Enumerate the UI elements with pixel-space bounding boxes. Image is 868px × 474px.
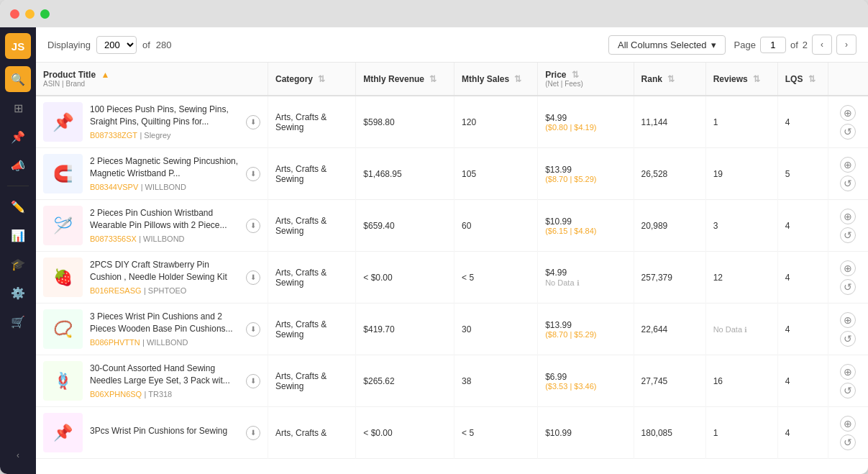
maximize-button[interactable] xyxy=(40,9,50,19)
revenue-value: $265.62 xyxy=(363,376,394,386)
product-action-icon[interactable]: ⬇ xyxy=(246,322,260,337)
main-content: Displaying 200 100 50 of 280 All Columns… xyxy=(36,27,868,474)
sidebar-item-dashboard[interactable]: ⊞ xyxy=(5,95,31,121)
sidebar-item-training[interactable]: 🎓 xyxy=(5,251,31,277)
product-action-icon[interactable]: ⬇ xyxy=(246,270,260,285)
product-cell-inner: 2 Pieces Magnetic Sewing Pincushion, Mag… xyxy=(43,154,260,193)
rank-value: 180,085 xyxy=(641,428,672,438)
sales-cell: < 5 xyxy=(454,252,538,304)
add-to-list-button[interactable]: ⊕ xyxy=(840,157,856,173)
product-asin[interactable]: B06XPHN6SQ xyxy=(90,390,142,398)
sort-neutral-icon-7: ⇅ xyxy=(808,74,816,84)
revenue-value: $598.80 xyxy=(363,117,394,127)
displaying-label: Displaying xyxy=(47,40,91,50)
refresh-button[interactable]: ↺ xyxy=(840,227,856,243)
sidebar-item-alerts[interactable]: 📣 xyxy=(5,152,31,178)
th-reviews[interactable]: Reviews ⇅ xyxy=(705,63,777,96)
columns-select-button[interactable]: All Columns Selected ▾ xyxy=(608,35,726,55)
revenue-value: < $0.00 xyxy=(363,428,392,438)
sort-neutral-icon-6: ⇅ xyxy=(753,74,760,84)
add-to-list-button[interactable]: ⊕ xyxy=(840,260,856,276)
product-action-icon[interactable]: ⬇ xyxy=(246,115,260,129)
product-asin[interactable]: B016RESASG xyxy=(90,286,142,295)
product-cell-inner: 3 Pieces Wrist Pin Cushions and 2 Pieces… xyxy=(43,309,260,349)
close-button[interactable] xyxy=(10,9,19,19)
sidebar-item-pins[interactable]: 📌 xyxy=(5,124,31,150)
revenue-cell: $419.70 xyxy=(356,304,454,355)
category-value: Arts, Crafts & xyxy=(275,428,326,438)
category-cell: Arts, Crafts & Sewing xyxy=(268,252,355,304)
reviews-cell: 16 xyxy=(705,355,777,407)
sidebar-item-search[interactable]: 🔍 xyxy=(5,66,31,92)
product-brand: | WILLBOND xyxy=(139,234,184,243)
product-asin[interactable]: B08344VSPV xyxy=(90,183,138,191)
product-asin[interactable]: B087338ZGT xyxy=(90,131,137,140)
sidebar-item-cart[interactable]: 🛒 xyxy=(5,309,31,334)
th-category[interactable]: Category ⇅ xyxy=(268,63,355,96)
add-to-list-button[interactable]: ⊕ xyxy=(840,416,856,432)
th-product[interactable]: Product Title ▲ ASIN | Brand xyxy=(36,63,268,96)
prev-page-button[interactable]: ‹ xyxy=(812,35,832,55)
table-row: 3 Pieces Wrist Pin Cushions and 2 Pieces… xyxy=(36,304,868,355)
th-price[interactable]: Price ⇅ (Net | Fees) xyxy=(538,63,634,96)
titlebar xyxy=(0,0,868,27)
th-sales[interactable]: Mthly Sales ⇅ xyxy=(454,63,538,96)
price-fees: ($0.80 | $4.19) xyxy=(545,123,626,132)
category-value: Arts, Crafts & Sewing xyxy=(275,268,326,288)
lqs-value: 4 xyxy=(785,221,790,231)
product-brand: | SPHTOEO xyxy=(144,286,187,295)
sidebar-item-settings[interactable]: ⚙️ xyxy=(5,280,31,306)
revenue-value: $1,468.95 xyxy=(363,169,401,179)
price-fees: ($8.70 | $5.29) xyxy=(545,175,626,183)
revenue-value: $419.70 xyxy=(363,324,394,334)
product-action-icon[interactable]: ⬇ xyxy=(246,426,260,440)
page-size-select[interactable]: 200 100 50 xyxy=(96,36,137,54)
no-data-fees: No Data ℹ xyxy=(545,278,579,287)
price-value: $4.99 xyxy=(545,268,626,278)
next-page-button[interactable]: › xyxy=(836,35,856,55)
lqs-cell: 4 xyxy=(777,252,828,304)
add-to-list-button[interactable]: ⊕ xyxy=(840,209,856,224)
reviews-cell: 19 xyxy=(705,148,777,200)
refresh-button[interactable]: ↺ xyxy=(840,176,856,191)
lqs-value: 4 xyxy=(785,117,790,127)
sort-asc-icon: ▲ xyxy=(101,70,109,80)
sort-neutral-icon: ⇅ xyxy=(318,74,325,84)
th-price-sub: (Net | Fees) xyxy=(545,80,626,88)
table-container[interactable]: Product Title ▲ ASIN | Brand Category ⇅ … xyxy=(36,63,868,474)
sidebar-collapse-arrow[interactable]: ‹ xyxy=(5,442,31,468)
action-buttons: ⊕ ↺ xyxy=(836,364,861,398)
minimize-button[interactable] xyxy=(25,9,35,19)
add-to-list-button[interactable]: ⊕ xyxy=(840,364,856,380)
page-number-input[interactable] xyxy=(760,37,786,53)
refresh-button[interactable]: ↺ xyxy=(840,383,856,398)
sidebar-item-analytics[interactable]: 📊 xyxy=(5,222,31,248)
product-asin[interactable]: B0873356SX xyxy=(90,234,137,243)
add-to-list-button[interactable]: ⊕ xyxy=(840,312,856,328)
product-action-icon[interactable]: ⬇ xyxy=(246,219,260,233)
product-action-icon[interactable]: ⬇ xyxy=(246,167,260,181)
price-value: $4.99 xyxy=(545,113,626,123)
product-asin[interactable]: B086PHVTTN xyxy=(90,338,140,347)
actions-cell: ⊕ ↺ xyxy=(828,200,868,252)
refresh-button[interactable]: ↺ xyxy=(840,124,856,140)
total-pages: 2 xyxy=(803,40,808,50)
refresh-button[interactable]: ↺ xyxy=(840,434,856,450)
sidebar-item-edit[interactable]: ✏️ xyxy=(5,193,31,219)
th-lqs[interactable]: LQS ⇅ xyxy=(777,63,828,96)
refresh-button[interactable]: ↺ xyxy=(840,331,856,347)
product-cell: 3Pcs Wrist Pin Cushions for Sewing ⬇ xyxy=(36,407,268,459)
th-revenue[interactable]: Mthly Revenue ⇅ xyxy=(356,63,454,96)
th-product-label: Product Title xyxy=(43,70,96,80)
product-action-icon[interactable]: ⬇ xyxy=(246,374,260,388)
page-nav: Page of 2 ‹ › xyxy=(734,35,856,55)
price-cell: $10.99 xyxy=(538,407,634,459)
product-cell-inner: 30-Count Assorted Hand Sewing Needles La… xyxy=(43,361,260,401)
refresh-button[interactable]: ↺ xyxy=(840,279,856,295)
lqs-cell: 4 xyxy=(777,96,828,148)
product-title: 2 Pieces Magnetic Sewing Pincushion, Mag… xyxy=(90,155,239,180)
reviews-value: 1 xyxy=(713,117,718,127)
th-rank[interactable]: Rank ⇅ xyxy=(634,63,705,96)
add-to-list-button[interactable]: ⊕ xyxy=(840,105,856,121)
product-info: 2 Pieces Pin Cushion Wristband Wearable … xyxy=(90,207,239,245)
